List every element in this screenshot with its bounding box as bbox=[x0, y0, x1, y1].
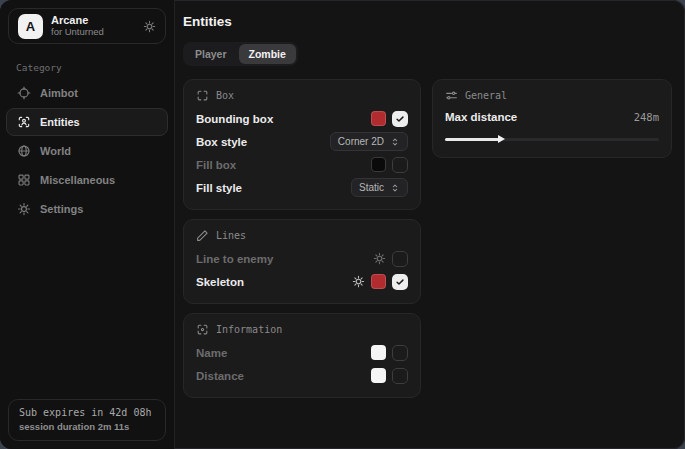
line-to-enemy-settings-gear-icon[interactable] bbox=[373, 252, 386, 265]
grid-icon bbox=[17, 173, 31, 187]
general-card-title: General bbox=[465, 90, 507, 101]
box-card-title: Box bbox=[216, 90, 234, 101]
general-card-header: General bbox=[445, 89, 659, 102]
info-scan-icon bbox=[196, 323, 209, 336]
category-label: Category bbox=[16, 62, 174, 73]
max-distance-label: Max distance bbox=[445, 111, 517, 123]
brand-title: Arcane bbox=[51, 14, 104, 27]
session-duration-text: session duration 2m 11s bbox=[19, 421, 155, 432]
sidebar-item-world[interactable]: World bbox=[6, 137, 168, 165]
distance-checkbox[interactable] bbox=[392, 368, 408, 384]
sidebar-item-label: Entities bbox=[40, 116, 80, 128]
bounding-box-label: Bounding box bbox=[196, 113, 273, 125]
name-row: Name bbox=[196, 341, 408, 364]
sidebar-item-label: Miscellaneous bbox=[40, 174, 115, 186]
entity-scan-icon bbox=[17, 115, 31, 129]
fill-box-label: Fill box bbox=[196, 159, 236, 171]
line-to-enemy-row: Line to enemy bbox=[196, 247, 408, 270]
skeleton-settings-gear-icon[interactable] bbox=[352, 275, 365, 288]
pencil-icon bbox=[196, 229, 209, 242]
skeleton-label: Skeleton bbox=[196, 276, 244, 288]
slider-fill bbox=[445, 138, 499, 141]
general-card: General Max distance 248m bbox=[432, 79, 672, 158]
tab-player[interactable]: Player bbox=[185, 44, 237, 64]
box-card-header: Box bbox=[196, 89, 408, 102]
distance-label: Distance bbox=[196, 370, 244, 382]
brand-text: Arcane for Unturned bbox=[51, 14, 104, 38]
fill-style-value: Static bbox=[359, 182, 384, 193]
skeleton-checkbox[interactable] bbox=[392, 274, 408, 290]
sub-expires-text: Sub expires in 42d 08h bbox=[19, 407, 155, 418]
information-card-title: Information bbox=[216, 324, 282, 335]
lines-card: Lines Line to enemy bbox=[183, 219, 421, 304]
content-area: Box Bounding box Box style bbox=[183, 79, 672, 398]
box-style-dropdown[interactable]: Corner 2D bbox=[330, 132, 408, 151]
box-style-row: Box style Corner 2D bbox=[196, 130, 408, 153]
max-distance-value: 248m bbox=[634, 111, 659, 123]
lines-card-header: Lines bbox=[196, 229, 408, 242]
left-column: Box Bounding box Box style bbox=[183, 79, 421, 398]
subscription-card: Sub expires in 42d 08h session duration … bbox=[8, 399, 166, 441]
sidebar-item-settings[interactable]: Settings bbox=[6, 195, 168, 223]
fill-style-label: Fill style bbox=[196, 182, 242, 194]
information-card-header: Information bbox=[196, 323, 408, 336]
globe-icon bbox=[17, 144, 31, 158]
sidebar-item-label: Settings bbox=[40, 203, 83, 215]
distance-color-swatch[interactable] bbox=[371, 368, 386, 383]
right-column: General Max distance 248m bbox=[432, 79, 672, 158]
main-panel: Entities Player Zombie Box bbox=[175, 0, 685, 449]
box-style-value: Corner 2D bbox=[338, 136, 384, 147]
name-checkbox[interactable] bbox=[392, 345, 408, 361]
slider-handle[interactable] bbox=[498, 135, 505, 143]
information-card: Information Name Distance bbox=[183, 313, 421, 398]
brand-card: A Arcane for Unturned bbox=[8, 8, 166, 44]
gear-icon bbox=[17, 202, 31, 216]
name-label: Name bbox=[196, 347, 227, 359]
line-to-enemy-label: Line to enemy bbox=[196, 253, 273, 265]
crosshair-icon bbox=[17, 86, 31, 100]
max-distance-row: Max distance 248m bbox=[445, 107, 659, 127]
tab-zombie[interactable]: Zombie bbox=[239, 44, 296, 64]
fill-box-color-swatch[interactable] bbox=[371, 157, 386, 172]
skeleton-color-swatch[interactable] bbox=[371, 274, 386, 289]
entity-tabs: Player Zombie bbox=[183, 42, 298, 66]
name-color-swatch[interactable] bbox=[371, 345, 386, 360]
sidebar-item-miscellaneous[interactable]: Miscellaneous bbox=[6, 166, 168, 194]
sliders-icon bbox=[445, 89, 458, 102]
sidebar: A Arcane for Unturned Category bbox=[0, 0, 175, 449]
page-title: Entities bbox=[183, 14, 672, 29]
distance-row: Distance bbox=[196, 364, 408, 387]
chevrons-up-down-icon bbox=[390, 137, 400, 147]
bounding-box-color-swatch[interactable] bbox=[371, 111, 386, 126]
fill-box-checkbox[interactable] bbox=[392, 157, 408, 173]
bounding-box-row: Bounding box bbox=[196, 107, 408, 130]
brand-gear-icon[interactable] bbox=[143, 20, 156, 33]
chevrons-up-down-icon bbox=[390, 183, 400, 193]
brand-logo: A bbox=[18, 14, 43, 39]
sidebar-item-entities[interactable]: Entities bbox=[6, 108, 168, 136]
skeleton-row: Skeleton bbox=[196, 270, 408, 293]
fill-style-row: Fill style Static bbox=[196, 176, 408, 199]
max-distance-slider[interactable] bbox=[445, 135, 659, 143]
fill-style-dropdown[interactable]: Static bbox=[351, 178, 408, 197]
sidebar-nav: Aimbot Entities World bbox=[0, 79, 174, 223]
brand-subtitle: for Unturned bbox=[51, 27, 104, 38]
fill-box-row: Fill box bbox=[196, 153, 408, 176]
sidebar-item-aimbot[interactable]: Aimbot bbox=[6, 79, 168, 107]
scan-brackets-icon bbox=[196, 89, 209, 102]
bounding-box-checkbox[interactable] bbox=[392, 111, 408, 127]
box-style-label: Box style bbox=[196, 136, 247, 148]
lines-card-title: Lines bbox=[216, 230, 246, 241]
arcane-menu-window: A Arcane for Unturned Category bbox=[0, 0, 685, 449]
sidebar-item-label: World bbox=[40, 145, 71, 157]
box-card: Box Bounding box Box style bbox=[183, 79, 421, 210]
sidebar-item-label: Aimbot bbox=[40, 87, 78, 99]
line-to-enemy-checkbox[interactable] bbox=[392, 251, 408, 267]
